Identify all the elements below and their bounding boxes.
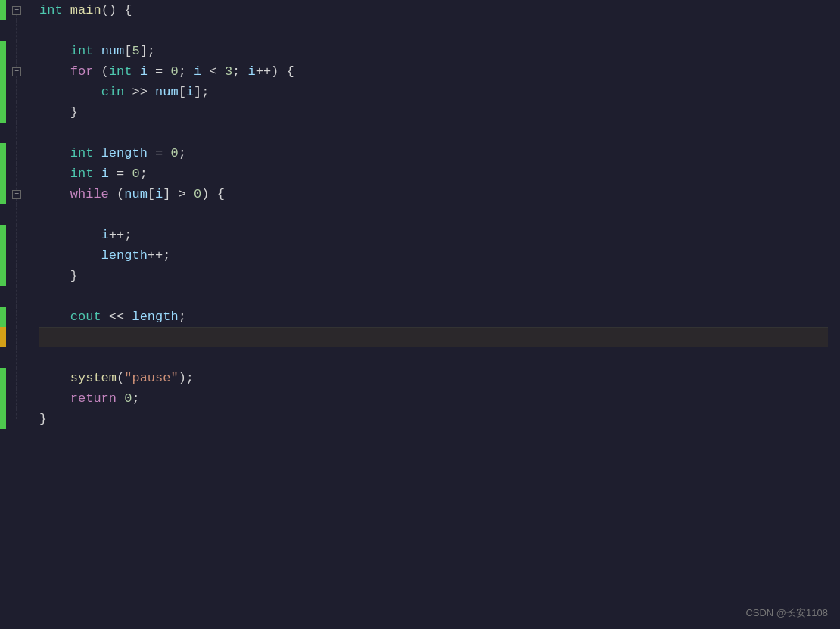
op-stream: >>: [124, 82, 155, 102]
fold-row-16: [6, 307, 27, 327]
fold-vline: [17, 123, 17, 143]
bar-yellow-active: [0, 327, 6, 347]
code-area: int main() { int num[5]; for (int i = 0;…: [27, 0, 840, 629]
fold-row-12: [6, 225, 27, 245]
code-line-8: int length = 0;: [39, 143, 828, 163]
close-brace: }: [70, 102, 78, 123]
bar-green: [0, 409, 6, 429]
fold-button-10[interactable]: −: [12, 190, 21, 199]
left-bar-column: [0, 0, 6, 629]
num-0: 0: [170, 61, 178, 82]
fold-vline: [17, 347, 17, 368]
indent: [39, 307, 70, 327]
close-paren: );: [179, 368, 194, 388]
fold-vline: [17, 245, 17, 266]
code-line-13: length++;: [39, 245, 828, 266]
fold-row-14: [6, 266, 27, 286]
code-line-3: int num[5];: [39, 41, 828, 61]
fn-main: main: [70, 0, 101, 20]
fold-vline: [17, 286, 17, 307]
bar-green: [0, 245, 6, 266]
fold-row-10: −: [6, 184, 27, 204]
bar-green: [0, 102, 6, 123]
semi: ;: [132, 388, 139, 409]
bar-green: [0, 307, 6, 327]
semi: ;: [179, 61, 194, 82]
fold-vline: [17, 20, 17, 41]
fold-vline: [17, 388, 17, 409]
kw-int3: int: [70, 163, 94, 184]
fold-row-5: [6, 82, 27, 102]
bracket: ];: [194, 82, 209, 102]
semi: ;: [179, 307, 186, 327]
fold-button-4[interactable]: −: [12, 67, 21, 76]
space: [63, 0, 70, 20]
bar-green: [0, 41, 6, 61]
fold-vline: [17, 266, 17, 286]
bar-green: [0, 184, 6, 204]
bar-empty: [0, 123, 6, 143]
indent: [39, 61, 70, 82]
str-pause: "pause": [124, 368, 178, 388]
fold-row-19: [6, 368, 27, 388]
bar-green: [0, 163, 6, 184]
code-line-10: while (num[i] > 0) {: [39, 184, 828, 204]
code-line-7: [39, 123, 828, 143]
indent2: [39, 245, 101, 266]
fold-row-9: [6, 163, 27, 184]
code-line-20: return 0;: [39, 388, 828, 409]
var-num3: num: [124, 184, 148, 204]
kw-return: return: [70, 388, 117, 409]
kw-while: while: [70, 184, 109, 204]
var-length3: length: [132, 307, 178, 327]
fold-row-7: [6, 123, 27, 143]
fold-vline: [17, 102, 17, 123]
var-num2: num: [155, 82, 179, 102]
code-line-15: [39, 286, 828, 307]
op-eq: =: [148, 143, 171, 163]
code-line-2: [39, 20, 828, 41]
space: [93, 143, 101, 163]
indent2: [39, 82, 101, 102]
code-line-5: cin >> num[i];: [39, 82, 828, 102]
fold-row-13: [6, 245, 27, 266]
bar-empty: [0, 347, 6, 368]
fold-button-1[interactable]: −: [12, 6, 21, 15]
bar-green: [0, 0, 6, 20]
op-eq: =: [148, 61, 171, 82]
indent: [39, 388, 70, 409]
num-0-4: 0: [194, 184, 201, 204]
space: [93, 41, 101, 61]
bar-green: [0, 388, 6, 409]
fold-row-8: [6, 143, 27, 163]
var-num: num: [101, 41, 125, 61]
fold-vline: [17, 225, 17, 245]
var-i7: i: [101, 225, 109, 245]
indent: [39, 163, 70, 184]
num-0-3: 0: [132, 163, 139, 184]
code-line-18: [39, 347, 828, 368]
code-line-1: int main() {: [39, 0, 828, 20]
fold-vline: [17, 368, 17, 388]
fold-row-11: [6, 204, 27, 225]
fold-vline: [17, 82, 17, 102]
bracket: [: [179, 82, 186, 102]
fold-row-17: [6, 327, 27, 347]
semi: ;: [140, 163, 148, 184]
code-line-14: }: [39, 266, 828, 286]
num-3: 3: [225, 61, 232, 82]
indent: [39, 184, 70, 204]
fold-row-4: −: [6, 61, 27, 82]
code-line-17-active: [39, 327, 828, 347]
keyword-int: int: [39, 0, 63, 20]
fold-vline: [17, 204, 17, 225]
fold-row-3: [6, 41, 27, 61]
code-line-12: i++;: [39, 225, 828, 245]
kw-cin: cin: [101, 82, 125, 102]
fold-vline: [17, 163, 17, 184]
num-0-5: 0: [124, 388, 132, 409]
fold-row-21: [6, 409, 27, 429]
code-line-4: for (int i = 0; i < 3; i++) {: [39, 61, 828, 82]
kw-int: int: [70, 41, 94, 61]
incr: ++) {: [256, 61, 294, 82]
